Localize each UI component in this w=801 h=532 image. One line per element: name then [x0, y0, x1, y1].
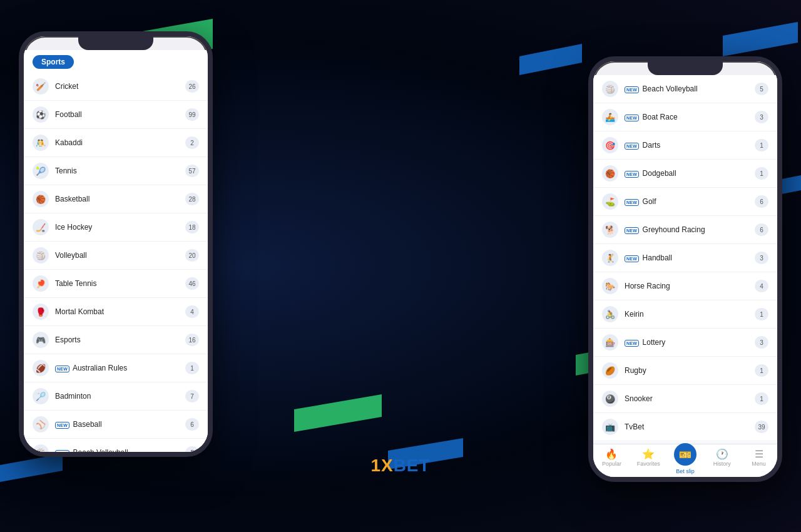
list-item[interactable]: 🎱Snooker1	[593, 385, 777, 413]
list-item[interactable]: 🏏Cricket26	[24, 73, 208, 101]
sport-icon: 🏐	[33, 444, 49, 452]
sport-icon: 🎱	[602, 391, 618, 407]
sport-count: 1	[755, 308, 768, 320]
sports-tab[interactable]: Sports	[33, 55, 74, 69]
sport-count: 26	[185, 80, 199, 93]
list-item[interactable]: 🏸Badminton7	[24, 382, 208, 411]
left-sport-list: 🏏Cricket26⚽Football99🤼Kabaddi2🎾Tennis57🏀…	[24, 73, 208, 452]
list-item[interactable]: 🏒Ice Hockey18	[24, 213, 208, 242]
list-item[interactable]: 🐎Horse Racing4	[593, 272, 777, 300]
sport-name: NEW Beach Volleyball	[625, 84, 748, 93]
phones-container: Sports 🏏Cricket26⚽Football99🤼Kabaddi2🎾Te…	[0, 31, 801, 482]
nav-item-popular[interactable]: 🔥Popular	[593, 449, 630, 474]
list-item[interactable]: 🏀Basketball28	[24, 185, 208, 213]
sport-count: 3	[755, 336, 768, 349]
sport-icon: ⚽	[33, 106, 49, 123]
sport-icon: 🎮	[33, 332, 49, 348]
sport-count: 99	[185, 108, 199, 121]
list-item[interactable]: 🚴Keirin1	[593, 300, 777, 329]
sport-count: 16	[185, 334, 199, 346]
sport-icon: ⛳	[602, 193, 618, 210]
nav-label: Popular	[602, 461, 621, 467]
sport-name: Tennis	[55, 166, 179, 175]
left-phone: Sports 🏏Cricket26⚽Football99🤼Kabaddi2🎾Te…	[19, 31, 213, 457]
phone-header-left: Sports	[24, 50, 208, 73]
list-item[interactable]: 🏉Rugby1	[593, 357, 777, 385]
sport-count: 5	[755, 83, 768, 95]
nav-item-favorites[interactable]: ⭐Favorites	[630, 449, 667, 474]
sport-name: Badminton	[55, 392, 179, 401]
list-item[interactable]: 🏐Volleyball20	[24, 242, 208, 270]
sport-icon: 🏐	[602, 81, 618, 97]
sport-name: NEW Handball	[625, 253, 748, 262]
phone-notch-right	[648, 61, 723, 75]
sport-count: 1	[185, 362, 199, 374]
list-item[interactable]: 🤼Kabaddi2	[24, 129, 208, 157]
logo-suffix: BET	[394, 456, 431, 475]
right-phone: 🏐NEW Beach Volleyball5🚣NEW Boat Race3🎯NE…	[588, 56, 782, 482]
sport-name: NEW Dodgeball	[625, 169, 748, 178]
logo-container: 1XBET	[370, 456, 430, 476]
sport-icon: 🤾	[602, 250, 618, 266]
list-item[interactable]: 🚣NEW Boat Race3	[593, 103, 777, 131]
sport-icon: 🏀	[33, 191, 49, 207]
list-item[interactable]: ⚽Football99	[24, 101, 208, 129]
sport-name: Keirin	[625, 310, 748, 319]
list-item[interactable]: 🎯NEW Darts1	[593, 131, 777, 160]
new-badge: NEW	[625, 143, 639, 150]
sport-name: NEW Beach Volleyball	[55, 448, 179, 452]
nav-icon: ☰	[755, 449, 763, 459]
list-item[interactable]: 🏓Table Tennis46	[24, 270, 208, 298]
list-item[interactable]: 🏐NEW Beach Volleyball5	[593, 75, 777, 103]
sport-name: Snooker	[625, 394, 748, 403]
nav-icon: 🔥	[605, 449, 618, 459]
right-sport-list: 🏐NEW Beach Volleyball5🚣NEW Boat Race3🎯NE…	[593, 75, 777, 442]
nav-label: Menu	[752, 461, 766, 467]
sport-icon: 🥊	[33, 304, 49, 320]
sport-count: 7	[185, 390, 199, 402]
sport-name: Horse Racing	[625, 282, 748, 290]
nav-item-history[interactable]: 🕐History	[703, 449, 740, 474]
new-badge: NEW	[55, 366, 69, 372]
phone-inner-right: 🏐NEW Beach Volleyball5🚣NEW Boat Race3🎯NE…	[593, 75, 777, 477]
sport-count: 1	[755, 167, 768, 180]
phone-notch-left	[78, 36, 153, 50]
nav-label: Favorites	[637, 461, 660, 467]
sport-count: 39	[755, 421, 768, 433]
list-item[interactable]: ⚾NEW Baseball6	[24, 411, 208, 439]
list-item[interactable]: 🏈NEW Australian Rules1	[24, 354, 208, 382]
list-item[interactable]: 🏀NEW Dodgeball1	[593, 160, 777, 188]
list-item[interactable]: 🏊NEW Water Polo1	[593, 441, 777, 442]
sport-icon: 🤼	[33, 135, 49, 151]
sport-icon: 🏈	[33, 360, 49, 376]
sport-name: Rugby	[625, 366, 748, 375]
list-item[interactable]: 🎮Esports16	[24, 326, 208, 354]
sport-name: Basketball	[55, 195, 179, 203]
list-item[interactable]: 🐕NEW Greyhound Racing6	[593, 216, 777, 244]
list-item[interactable]: 🥊Mortal Kombat4	[24, 298, 208, 326]
list-item[interactable]: 🏐NEW Beach Volleyball5	[24, 439, 208, 452]
list-item[interactable]: 📺TvBet39	[593, 413, 777, 441]
sport-count: 4	[755, 280, 768, 292]
sport-name: Mortal Kombat	[55, 307, 179, 316]
sport-name: Kabaddi	[55, 138, 179, 147]
sport-name: NEW Boat Race	[625, 113, 748, 121]
list-item[interactable]: 🎰NEW Lottery3	[593, 329, 777, 357]
sport-count: 57	[185, 165, 199, 177]
sport-count: 1	[755, 139, 768, 151]
sport-icon: 🚴	[602, 306, 618, 322]
list-item[interactable]: 🎾Tennis57	[24, 157, 208, 185]
nav-item-menu[interactable]: ☰Menu	[740, 449, 777, 474]
nav-label: History	[713, 461, 731, 467]
sport-icon: 🎯	[602, 137, 618, 153]
new-badge: NEW	[625, 86, 639, 93]
sport-count: 18	[185, 221, 199, 233]
sport-name: Cricket	[55, 82, 179, 91]
sport-name: Volleyball	[55, 251, 179, 260]
brand-logo: 1XBET	[370, 456, 430, 476]
list-item[interactable]: ⛳NEW Golf6	[593, 188, 777, 216]
list-item[interactable]: 🤾NEW Handball3	[593, 244, 777, 272]
nav-item-bet-slip[interactable]: 🎫Bet slip	[667, 449, 704, 474]
logo-prefix: 1X	[370, 456, 393, 475]
sport-name: NEW Australian Rules	[55, 364, 179, 372]
